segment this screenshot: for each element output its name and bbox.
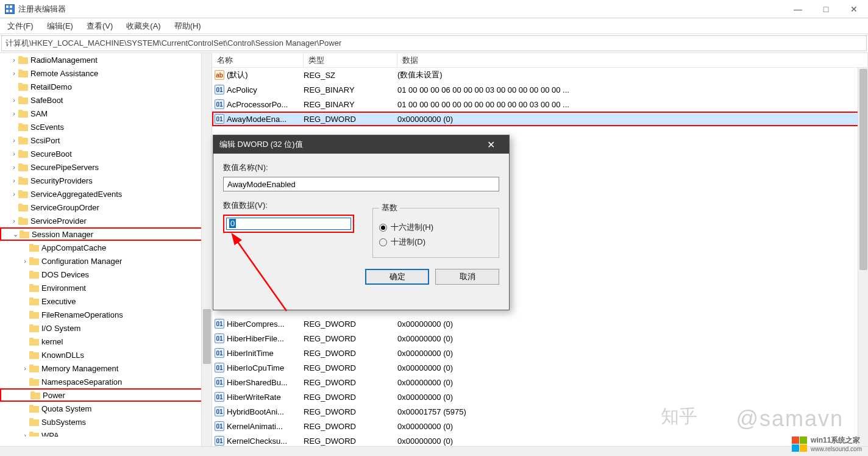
value-data: 0x00000000 (0) <box>397 334 868 343</box>
tree-item-serviceprovider[interactable]: ›ServiceProvider <box>0 214 212 227</box>
expand-icon[interactable]: › <box>10 96 18 104</box>
tree-item-securepipeservers[interactable]: ›SecurePipeServers <box>0 160 212 174</box>
value-type: REG_DWORD <box>304 349 397 358</box>
radio-hex-dot <box>379 224 387 232</box>
radio-hex[interactable]: 十六进制(H) <box>379 222 493 233</box>
expand-icon[interactable]: › <box>10 110 18 117</box>
value-row[interactable]: ab(默认)REG_SZ(数值未设置) <box>212 68 868 82</box>
radio-dec[interactable]: 十进制(D) <box>379 237 493 248</box>
col-header-type[interactable]: 类型 <box>304 53 397 67</box>
minimize-button[interactable]: — <box>784 0 812 18</box>
value-row[interactable]: 01HiberSharedBu...REG_DWORD0x00000000 (0… <box>212 375 868 390</box>
binary-value-icon: 01 <box>215 114 224 124</box>
value-name-input[interactable] <box>223 177 499 191</box>
expand-icon[interactable]: › <box>21 257 29 265</box>
menu-edit[interactable]: 编辑(E) <box>44 20 76 33</box>
tree-item-servicegrouporder[interactable]: ServiceGroupOrder <box>0 201 212 214</box>
expand-icon[interactable]: › <box>10 163 18 171</box>
expand-icon[interactable]: ⌄ <box>11 230 20 238</box>
tree-item-wpa[interactable]: ›WPA <box>0 429 212 436</box>
tree-item-securityproviders[interactable]: ›SecurityProviders <box>0 174 212 187</box>
tree-item-appcompatcache[interactable]: AppCompatCache <box>0 241 212 254</box>
radio-dec-dot <box>379 238 387 246</box>
value-headers[interactable]: 名称 类型 数据 <box>212 53 868 68</box>
value-row[interactable]: 01AcPolicyREG_BINARY01 00 00 00 06 00 00… <box>212 82 868 97</box>
expand-icon[interactable]: › <box>10 69 18 77</box>
tree-item-sam[interactable]: ›SAM <box>0 107 212 120</box>
expand-icon[interactable]: › <box>10 217 18 224</box>
dialog-close-button[interactable]: ✕ <box>478 136 503 153</box>
base-fieldset: 基数 十六进制(H) 十进制(D) <box>372 202 499 258</box>
menu-file[interactable]: 文件(F) <box>5 20 36 33</box>
tree-item-environment[interactable]: Environment <box>0 281 212 294</box>
address-text: 计算机\HKEY_LOCAL_MACHINE\SYSTEM\CurrentCon… <box>5 38 341 49</box>
maximize-button[interactable]: □ <box>812 0 840 18</box>
expand-icon[interactable]: › <box>10 137 18 144</box>
tree-item-i/o-system[interactable]: I/O System <box>0 321 212 335</box>
site-name: win11系统之家 <box>811 435 862 446</box>
close-button[interactable]: ✕ <box>840 0 868 18</box>
value-row[interactable]: 01HiberIoCpuTimeREG_DWORD0x00000000 (0) <box>212 360 868 375</box>
tree-item-radiomanagement[interactable]: ›RadioManagement <box>0 53 212 66</box>
tree-item-filerenameoperations[interactable]: FileRenameOperations <box>0 308 212 321</box>
tree-item-subsystems[interactable]: SubSystems <box>0 415 212 429</box>
address-bar[interactable]: 计算机\HKEY_LOCAL_MACHINE\SYSTEM\CurrentCon… <box>1 35 867 51</box>
tree-item-kernel[interactable]: kernel <box>0 335 212 348</box>
value-row[interactable]: 01HybridBootAni...REG_DWORD0x00001757 (5… <box>212 404 868 419</box>
tree[interactable]: ›RadioManagement›Remote AssistanceRetail… <box>0 53 212 436</box>
binary-value-icon: 01 <box>215 407 224 416</box>
tree-item-secureboot[interactable]: ›SecureBoot <box>0 147 212 160</box>
expand-icon[interactable]: › <box>10 150 18 157</box>
value-data-input[interactable]: 0 <box>226 218 351 230</box>
expand-icon[interactable]: › <box>10 177 18 184</box>
col-header-data[interactable]: 数据 <box>397 53 868 67</box>
folder-icon <box>18 150 28 158</box>
tree-item-executive[interactable]: Executive <box>0 294 212 308</box>
value-scrollbar[interactable] <box>858 68 868 446</box>
value-row[interactable]: 01AwayModeEna...REG_DWORD0x00000000 (0) <box>212 112 868 126</box>
expand-icon[interactable]: › <box>10 56 18 63</box>
folder-icon <box>29 418 39 426</box>
tree-item-scsiport[interactable]: ›ScsiPort <box>0 134 212 147</box>
value-data: 0x00000000 (0) <box>397 349 868 358</box>
value-row[interactable]: 01HiberCompres...REG_DWORD0x00000000 (0) <box>212 316 868 331</box>
menu-help[interactable]: 帮助(H) <box>172 20 204 33</box>
tree-item-label: Configuration Manager <box>41 257 122 266</box>
tree-item-serviceaggregatedevents[interactable]: ›ServiceAggregatedEvents <box>0 187 212 201</box>
tree-item-session-manager[interactable]: ⌄Session Manager <box>0 227 212 241</box>
tree-item-configuration-manager[interactable]: ›Configuration Manager <box>0 254 212 268</box>
expand-icon[interactable]: › <box>10 190 18 198</box>
tree-item-label: Power <box>43 391 65 400</box>
tree-item-memory-management[interactable]: ›Memory Management <box>0 362 212 375</box>
horizontal-scrollbar[interactable] <box>0 446 868 456</box>
value-row[interactable]: 01HiberHiberFile...REG_DWORD0x00000000 (… <box>212 331 868 346</box>
tree-scrollbar[interactable] <box>201 53 212 446</box>
value-row[interactable]: 01HiberInitTimeREG_DWORD0x00000000 (0) <box>212 346 868 360</box>
folder-icon <box>18 83 28 91</box>
tree-item-retaildemo[interactable]: RetailDemo <box>0 80 212 93</box>
value-row[interactable]: 01HiberWriteRateREG_DWORD0x00000000 (0) <box>212 390 868 404</box>
folder-icon <box>18 137 28 144</box>
ok-button[interactable]: 确定 <box>365 269 429 285</box>
value-name: KernelChecksu... <box>227 436 304 446</box>
menu-favorites[interactable]: 收藏夹(A) <box>124 20 163 33</box>
tree-item-scevents[interactable]: ScEvents <box>0 120 212 134</box>
value-name-label: 数值名称(N): <box>223 162 499 173</box>
value-row[interactable]: 01KernelAnimati...REG_DWORD0x00000000 (0… <box>212 419 868 433</box>
tree-item-quota-system[interactable]: Quota System <box>0 402 212 415</box>
expand-icon[interactable]: › <box>21 365 29 372</box>
tree-item-safeboot[interactable]: ›SafeBoot <box>0 93 212 107</box>
cancel-button[interactable]: 取消 <box>435 269 499 285</box>
tree-item-namespaceseparation[interactable]: NamespaceSeparation <box>0 375 212 388</box>
binary-value-icon: 01 <box>215 377 224 387</box>
col-header-name[interactable]: 名称 <box>212 53 304 67</box>
tree-item-remote-assistance[interactable]: ›Remote Assistance <box>0 66 212 80</box>
tree-item-dos-devices[interactable]: DOS Devices <box>0 268 212 281</box>
tree-item-knowndlls[interactable]: KnownDLLs <box>0 348 212 362</box>
value-row[interactable]: 01KernelChecksu...REG_DWORD0x00000000 (0… <box>212 433 868 446</box>
expand-icon[interactable]: › <box>21 432 29 436</box>
folder-icon <box>18 110 28 118</box>
menu-view[interactable]: 查看(V) <box>84 20 115 33</box>
tree-item-power[interactable]: Power <box>0 388 212 402</box>
value-row[interactable]: 01AcProcessorPo...REG_BINARY01 00 00 00 … <box>212 97 868 112</box>
